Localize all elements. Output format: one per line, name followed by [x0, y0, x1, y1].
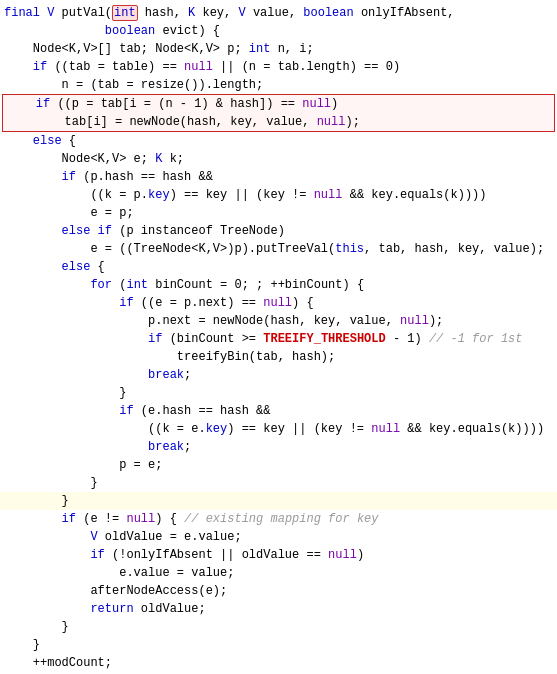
code-token: (	[112, 278, 126, 292]
code-line: afterNodeAccess(e);	[0, 582, 557, 600]
code-token: if	[148, 332, 162, 346]
code-token: null	[184, 60, 213, 74]
line-content: break;	[4, 438, 191, 456]
code-line: ((k = e.key) == key || (key != null && k…	[0, 420, 557, 438]
code-token: }	[4, 494, 69, 508]
line-content: if ((e = p.next) == null) {	[4, 294, 314, 312]
code-token: (!onlyIfAbsent || oldValue ==	[105, 548, 328, 562]
line-content: Node<K,V> e; K k;	[4, 150, 184, 168]
line-content: final V putVal(int hash, K key, V value,…	[4, 4, 455, 22]
code-token	[4, 530, 90, 544]
code-token	[4, 224, 62, 238]
code-token: key,	[195, 6, 238, 20]
code-token: ((tab = table) ==	[47, 60, 184, 74]
line-content: else if (p instanceof TreeNode)	[4, 222, 285, 240]
code-token: return	[90, 602, 133, 616]
code-token: null	[302, 97, 331, 111]
line-content: if (e != null) { // existing mapping for…	[4, 510, 379, 528]
code-token: && key.equals(k))))	[400, 422, 544, 436]
line-content: if (binCount >= TREEIFY_THRESHOLD - 1) /…	[4, 330, 523, 348]
code-line: final V putVal(int hash, K key, V value,…	[0, 4, 557, 22]
code-token: p = e;	[4, 458, 162, 472]
line-content: }	[4, 618, 69, 636]
code-token: )	[357, 548, 364, 562]
code-line: if ((p = tab[i = (n - 1) & hash]) == nul…	[3, 95, 554, 113]
code-token: boolean	[303, 6, 353, 20]
line-content: }	[4, 384, 126, 402]
code-token: ;	[184, 368, 191, 382]
code-line: if (e.hash == hash &&	[0, 402, 557, 420]
code-token: null	[400, 314, 429, 328]
code-token: int	[126, 278, 148, 292]
code-token: e.value = value;	[4, 566, 234, 580]
code-token: n, i;	[270, 42, 313, 56]
line-content: else {	[4, 132, 76, 150]
code-token: // existing mapping for key	[184, 512, 378, 526]
code-token	[4, 368, 148, 382]
highlighted-block: if ((p = tab[i = (n - 1) & hash]) == nul…	[2, 94, 555, 132]
code-line: }	[0, 618, 557, 636]
line-content: afterNodeAccess(e);	[4, 582, 227, 600]
line-content: if ((tab = table) == null || (n = tab.le…	[4, 58, 400, 76]
code-line: }	[0, 636, 557, 654]
code-token: {	[62, 134, 76, 148]
code-token: oldValue = e.value;	[98, 530, 242, 544]
code-token	[4, 440, 148, 454]
code-token: null	[314, 188, 343, 202]
code-token: {	[90, 260, 104, 274]
code-token: - 1)	[386, 332, 429, 346]
code-token: if	[62, 170, 76, 184]
line-content: return oldValue;	[4, 600, 206, 618]
code-line: else if (p instanceof TreeNode)	[0, 222, 557, 240]
code-token: n = (tab = resize()).length;	[4, 78, 263, 92]
line-content: boolean evict) {	[4, 22, 220, 40]
code-token: if	[119, 296, 133, 310]
code-token: final	[4, 6, 47, 20]
code-token: boolean	[105, 24, 155, 38]
code-token: }	[4, 476, 98, 490]
code-token: ((k = p.	[4, 188, 148, 202]
code-line: e = ((TreeNode<K,V>)p).putTreeVal(this, …	[0, 240, 557, 258]
code-token: e = p;	[4, 206, 134, 220]
code-token	[4, 170, 62, 184]
line-content: break;	[4, 366, 191, 384]
code-line: }	[0, 384, 557, 402]
code-token: else	[33, 134, 62, 148]
code-line: e.value = value;	[0, 564, 557, 582]
code-token: tab[i] = newNode(hash, key, value,	[7, 115, 317, 129]
code-token: oldValue;	[134, 602, 206, 616]
line-content: p = e;	[4, 456, 162, 474]
code-token: }	[4, 620, 69, 634]
code-token: ) {	[155, 512, 184, 526]
line-content: ++modCount;	[4, 654, 112, 672]
code-line: V oldValue = e.value;	[0, 528, 557, 546]
line-content: if ((p = tab[i = (n - 1) & hash]) == nul…	[7, 95, 338, 113]
code-token: break	[148, 440, 184, 454]
code-line: p = e;	[0, 456, 557, 474]
code-token	[4, 332, 148, 346]
code-token: ) == key || (key !=	[227, 422, 371, 436]
code-token: // -1 for 1st	[429, 332, 523, 346]
line-content: n = (tab = resize()).length;	[4, 76, 263, 94]
code-token: int	[249, 42, 271, 56]
code-token: ) == key || (key !=	[170, 188, 314, 202]
line-content: if (!onlyIfAbsent || oldValue == null)	[4, 546, 364, 564]
code-token: p.next = newNode(hash, key, value,	[4, 314, 400, 328]
code-token: putVal(	[54, 6, 112, 20]
code-line: if (p.hash == hash &&	[0, 168, 557, 186]
code-token: ((p = tab[i = (n - 1) & hash]) ==	[50, 97, 302, 111]
code-token: else if	[62, 224, 112, 238]
code-line: treeifyBin(tab, hash);	[0, 348, 557, 366]
code-token: Node<K,V>[] tab; Node<K,V> p;	[4, 42, 249, 56]
code-token: (e.hash == hash &&	[134, 404, 271, 418]
code-line: }	[0, 492, 557, 510]
code-token: );	[345, 115, 359, 129]
code-token: TREEIFY_THRESHOLD	[263, 332, 385, 346]
code-token: if	[36, 97, 50, 111]
code-token: (e !=	[76, 512, 126, 526]
code-token: e = ((TreeNode<K,V>)p).putTreeVal(	[4, 242, 335, 256]
code-token	[7, 97, 36, 111]
line-content: ((k = p.key) == key || (key != null && k…	[4, 186, 487, 204]
code-token	[4, 512, 62, 526]
code-token: (p.hash == hash &&	[76, 170, 213, 184]
